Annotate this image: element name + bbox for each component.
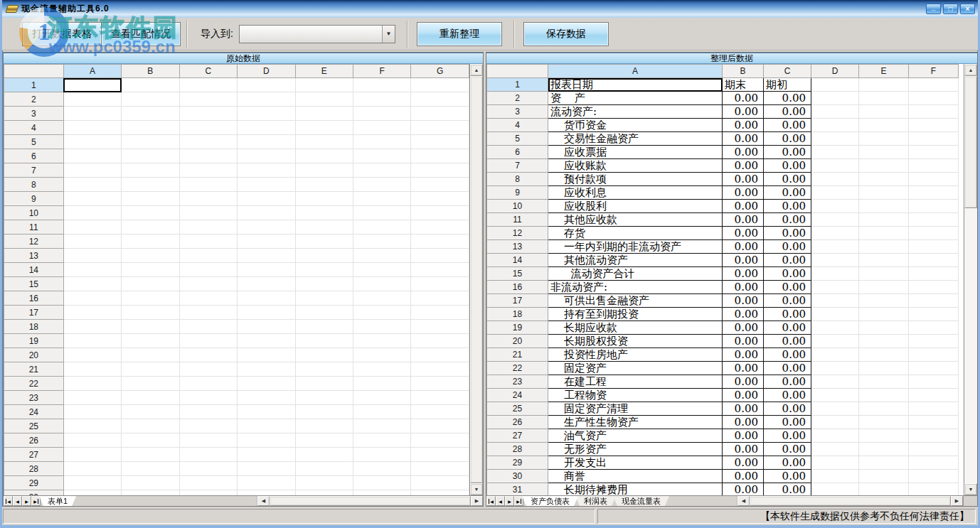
sheet-tab-利润表[interactable]: 利润表 <box>575 496 616 506</box>
cell-A13[interactable] <box>63 249 121 263</box>
cell-D5[interactable] <box>238 135 295 149</box>
cell-C15[interactable] <box>179 277 237 291</box>
last-sheet-button[interactable]: ▶ <box>31 496 41 506</box>
cell-A4[interactable] <box>63 121 121 135</box>
import-target-value[interactable] <box>240 26 382 43</box>
cell-E3[interactable] <box>295 107 353 121</box>
cell-C30[interactable]: 0.00 <box>764 470 811 483</box>
cell-B6[interactable]: 0.00 <box>723 146 764 159</box>
row-header-22[interactable]: 22 <box>487 362 548 375</box>
cell-F10[interactable] <box>909 200 959 213</box>
cell-E9[interactable] <box>859 186 909 200</box>
cell-D9[interactable] <box>238 192 295 206</box>
cell-B23[interactable] <box>122 391 179 405</box>
cell-C24[interactable]: 0.00 <box>764 389 811 402</box>
cell-D1[interactable] <box>238 78 295 92</box>
cell-E21[interactable] <box>295 362 353 377</box>
cell-G9[interactable] <box>411 192 469 206</box>
cell-D10[interactable] <box>238 206 295 220</box>
row-header-14[interactable]: 14 <box>4 263 64 277</box>
cell-E29[interactable] <box>859 456 909 470</box>
cell-C18[interactable] <box>179 320 237 334</box>
cell-D15[interactable] <box>811 267 859 281</box>
cell-A5[interactable] <box>63 135 121 149</box>
cell-F15[interactable] <box>909 267 959 281</box>
cell-D29[interactable] <box>238 476 295 490</box>
row-header-7[interactable]: 7 <box>4 163 64 178</box>
cell-C9[interactable]: 0.00 <box>764 186 811 200</box>
column-header-A[interactable]: A <box>63 65 121 78</box>
cell-D21[interactable] <box>811 348 859 362</box>
row-header-31[interactable]: 31 <box>487 483 548 496</box>
cell-G8[interactable] <box>411 178 469 192</box>
cell-A31[interactable]: 长期待摊费用 <box>548 483 723 496</box>
cell-A28[interactable] <box>63 462 121 476</box>
cell-A30[interactable]: 商誉 <box>548 470 723 483</box>
cell-E23[interactable] <box>295 391 353 405</box>
row-header-17[interactable]: 17 <box>4 306 64 320</box>
cell-E10[interactable] <box>859 200 909 213</box>
cell-B17[interactable] <box>122 306 179 320</box>
column-header-D[interactable]: D <box>238 65 295 78</box>
cell-B12[interactable] <box>122 235 179 249</box>
cell-C1[interactable] <box>179 78 237 92</box>
cell-D1[interactable] <box>811 78 859 92</box>
cell-A24[interactable] <box>63 405 121 419</box>
row-header-11[interactable]: 11 <box>487 213 548 227</box>
cell-E21[interactable] <box>859 348 909 362</box>
cell-B2[interactable]: 0.00 <box>723 92 764 105</box>
cell-F21[interactable] <box>353 362 410 377</box>
row-header-29[interactable]: 29 <box>4 476 64 490</box>
cell-C5[interactable]: 0.00 <box>764 132 811 146</box>
cell-B1[interactable] <box>122 78 179 92</box>
row-header-10[interactable]: 10 <box>487 200 548 213</box>
save-data-button[interactable]: 保存数据 <box>523 22 609 46</box>
scroll-up-icon[interactable]: ▲ <box>964 64 977 76</box>
cell-C21[interactable] <box>179 362 237 377</box>
cell-C7[interactable] <box>179 163 237 178</box>
cell-C10[interactable] <box>179 206 237 220</box>
cell-A9[interactable]: 应收利息 <box>548 186 723 200</box>
cell-C19[interactable]: 0.00 <box>764 321 811 335</box>
cell-G21[interactable] <box>411 362 469 377</box>
column-header-F[interactable]: F <box>353 65 410 78</box>
grid-corner[interactable] <box>487 65 548 78</box>
cell-E28[interactable] <box>295 462 353 476</box>
cell-A7[interactable] <box>63 163 121 178</box>
row-header-1[interactable]: 1 <box>4 78 64 92</box>
cell-E16[interactable] <box>295 291 353 306</box>
cell-D18[interactable] <box>811 308 859 321</box>
row-header-26[interactable]: 26 <box>4 433 64 448</box>
cell-G11[interactable] <box>411 220 469 235</box>
vertical-scrollbar[interactable]: ▲ ▼ <box>469 64 483 495</box>
row-header-1[interactable]: 1 <box>487 78 548 92</box>
cell-C8[interactable] <box>179 178 237 192</box>
cell-E20[interactable] <box>295 348 353 362</box>
cell-D6[interactable] <box>811 146 859 159</box>
cell-A11[interactable] <box>63 220 121 235</box>
cell-E17[interactable] <box>295 306 353 320</box>
cell-B21[interactable] <box>122 362 179 377</box>
cell-G17[interactable] <box>411 306 469 320</box>
cell-A21[interactable]: 投资性房地产 <box>548 348 723 362</box>
cell-A15[interactable]: 流动资产合计 <box>548 267 723 281</box>
cell-B23[interactable]: 0.00 <box>723 375 764 389</box>
cell-A11[interactable]: 其他应收款 <box>548 213 723 227</box>
cell-A3[interactable] <box>63 107 121 121</box>
cell-D16[interactable] <box>238 291 295 306</box>
column-header-B[interactable]: B <box>122 65 179 78</box>
cell-D4[interactable] <box>238 121 295 135</box>
cell-F29[interactable] <box>353 476 410 490</box>
cell-B19[interactable] <box>122 334 179 348</box>
cell-C26[interactable] <box>179 433 237 448</box>
cell-A16[interactable]: 非流动资产: <box>548 281 723 294</box>
cell-F11[interactable] <box>909 213 959 227</box>
cell-E28[interactable] <box>859 443 909 456</box>
cell-D15[interactable] <box>238 277 295 291</box>
horizontal-scrollbar[interactable]: ◀ ▶ <box>257 496 483 506</box>
cell-C1[interactable]: 期初 <box>764 78 811 92</box>
first-sheet-button[interactable]: ◀ <box>4 496 13 506</box>
cell-C18[interactable]: 0.00 <box>764 308 811 321</box>
cell-D11[interactable] <box>811 213 859 227</box>
row-header-12[interactable]: 12 <box>4 235 64 249</box>
